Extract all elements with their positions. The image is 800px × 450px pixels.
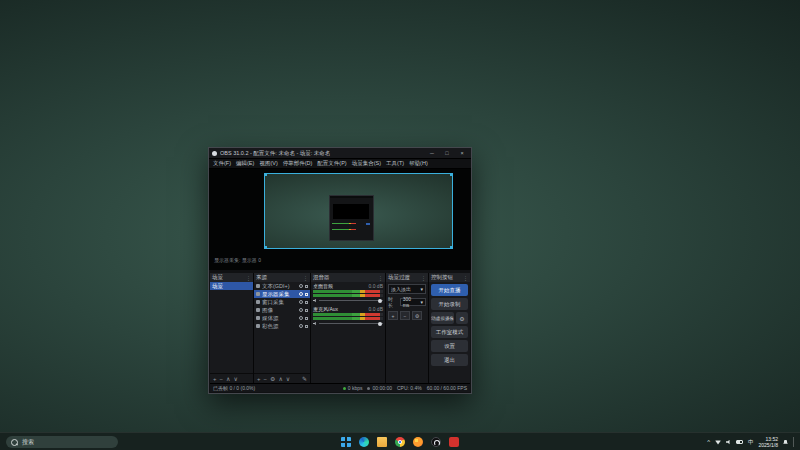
title-bar[interactable]: OBS 31.0.2 - 配置文件: 未命名 - 场景: 未命名 ─ □ ×: [209, 148, 471, 159]
visibility-eye-icon[interactable]: [299, 284, 303, 288]
selection-handle[interactable]: [450, 173, 453, 176]
volume-slider-track[interactable]: [319, 323, 383, 324]
mixer-dock-header[interactable]: 混音器 ⋮: [311, 273, 385, 282]
lock-icon[interactable]: [305, 325, 308, 328]
add-source-icon[interactable]: +: [257, 376, 261, 382]
start-recording-button[interactable]: 开始录制: [431, 298, 468, 310]
volume-slider-knob[interactable]: [378, 299, 382, 303]
source-properties-gear-icon[interactable]: ⚙: [270, 376, 275, 382]
notification-bell-icon[interactable]: [783, 440, 788, 445]
menu-profile[interactable]: 配置文件(P): [317, 160, 346, 167]
lock-icon[interactable]: [305, 285, 308, 288]
source-name: 窗口采集: [262, 299, 297, 306]
volume-meter-fill: [313, 313, 380, 316]
menu-scene-collection[interactable]: 场景集合(S): [352, 160, 381, 167]
spin-caret-icon[interactable]: ▾: [420, 299, 423, 305]
remove-source-icon[interactable]: −: [264, 376, 268, 382]
lock-icon[interactable]: [305, 301, 308, 304]
visibility-eye-icon[interactable]: [299, 308, 303, 312]
menu-file[interactable]: 文件(F): [213, 160, 231, 167]
transition-selected-value: 淡入淡出: [391, 286, 411, 292]
audio-mixer-dock: 混音器 ⋮ 桌面音频 0.0 dB: [311, 273, 385, 383]
edge-icon[interactable]: [359, 437, 369, 447]
add-scene-icon[interactable]: +: [213, 376, 217, 382]
exit-button[interactable]: 退出: [431, 354, 468, 366]
dock-menu-icon[interactable]: ⋮: [378, 275, 383, 281]
visibility-eye-icon[interactable]: [299, 300, 303, 304]
settings-button[interactable]: 设置: [431, 340, 468, 352]
firefox-icon[interactable]: [413, 437, 423, 447]
dock-menu-icon[interactable]: ⋮: [463, 275, 468, 281]
remove-scene-icon[interactable]: −: [220, 376, 224, 382]
maximize-button[interactable]: □: [441, 148, 453, 158]
dock-menu-icon[interactable]: ⋮: [303, 275, 308, 281]
visibility-eye-icon[interactable]: [299, 316, 303, 320]
volume-slider-knob[interactable]: [378, 322, 382, 326]
file-explorer-icon[interactable]: [377, 437, 387, 447]
source-row[interactable]: 媒体源: [254, 314, 310, 322]
source-row[interactable]: 图像: [254, 306, 310, 314]
source-up-icon[interactable]: ∧: [278, 376, 282, 382]
studio-mode-button[interactable]: 工作室模式: [431, 326, 468, 338]
language-indicator[interactable]: 中: [748, 439, 754, 446]
taskbar-search[interactable]: 搜索: [6, 436, 118, 448]
preview-canvas[interactable]: 显示器采集: 显示器 0: [209, 169, 471, 270]
source-row[interactable]: 彩色源: [254, 322, 310, 330]
visibility-eye-icon[interactable]: [299, 292, 303, 296]
chrome-icon[interactable]: [395, 437, 405, 447]
speaker-icon[interactable]: [313, 322, 317, 326]
menu-tools[interactable]: 工具(T): [386, 160, 404, 167]
scene-row[interactable]: 场景: [210, 282, 253, 290]
lock-icon[interactable]: [305, 317, 308, 320]
network-icon[interactable]: [715, 440, 721, 445]
tray-chevron-up-icon[interactable]: ^: [707, 439, 710, 445]
scene-up-icon[interactable]: ∧: [226, 376, 230, 382]
volume-icon[interactable]: [726, 440, 731, 445]
selection-handle[interactable]: [264, 246, 267, 249]
transition-properties-button[interactable]: ⚙: [412, 311, 422, 320]
source-name: 图像: [262, 307, 297, 314]
clock[interactable]: 13:52 2025/1/8: [759, 436, 778, 448]
battery-icon[interactable]: [736, 440, 743, 444]
remove-transition-button[interactable]: −: [400, 311, 410, 320]
selection-handle[interactable]: [450, 246, 453, 249]
dock-menu-icon[interactable]: ⋮: [246, 275, 251, 281]
source-selection-rect[interactable]: [265, 174, 452, 248]
red-app-icon[interactable]: [449, 437, 459, 447]
lock-icon[interactable]: [305, 293, 308, 296]
scene-down-icon[interactable]: ∨: [233, 376, 237, 382]
start-button[interactable]: [341, 437, 351, 447]
show-desktop-button[interactable]: [793, 437, 796, 447]
scenes-dock-header[interactable]: 场景 ⋮: [210, 273, 253, 282]
visibility-eye-icon[interactable]: [299, 324, 303, 328]
volume-meter: [313, 290, 383, 293]
menu-help[interactable]: 帮助(H): [409, 160, 428, 167]
speaker-icon[interactable]: [313, 299, 317, 303]
source-row[interactable]: 文本(GDI+): [254, 282, 310, 290]
virtual-camera-gear-icon[interactable]: ⚙: [456, 312, 468, 324]
source-edit-icon[interactable]: ✎: [302, 376, 307, 382]
source-row[interactable]: 窗口采集: [254, 298, 310, 306]
obs-taskbar-icon[interactable]: [431, 437, 441, 447]
sources-dock-header[interactable]: 来源 ⋮: [254, 273, 310, 282]
menu-edit[interactable]: 编辑(E): [236, 160, 254, 167]
duration-row: 时长 300 ms ▾: [388, 296, 426, 308]
lock-icon[interactable]: [305, 309, 308, 312]
minimize-button[interactable]: ─: [426, 148, 438, 158]
source-row-selected[interactable]: 显示器采集: [254, 290, 310, 298]
menu-view[interactable]: 视图(V): [259, 160, 277, 167]
close-button[interactable]: ×: [456, 148, 468, 158]
transition-select[interactable]: 淡入淡出 ▾: [388, 284, 426, 294]
controls-dock-header[interactable]: 控制按钮 ⋮: [429, 273, 470, 282]
controls-body: 开始直播 开始录制 启动虚拟摄像机 ⚙ 工作室模式 设置 退出: [429, 282, 470, 383]
transitions-dock-header[interactable]: 场景过渡 ⋮: [386, 273, 428, 282]
menu-docks[interactable]: 停靠部件(D): [283, 160, 313, 167]
add-transition-button[interactable]: +: [388, 311, 398, 320]
dock-menu-icon[interactable]: ⋮: [421, 275, 426, 281]
start-virtual-camera-button[interactable]: 启动虚拟摄像机: [431, 312, 454, 324]
volume-slider-track[interactable]: [319, 300, 383, 301]
start-streaming-button[interactable]: 开始直播: [431, 284, 468, 296]
source-down-icon[interactable]: ∨: [286, 376, 290, 382]
duration-spinbox[interactable]: 300 ms ▾: [400, 298, 426, 306]
selection-handle[interactable]: [264, 173, 267, 176]
